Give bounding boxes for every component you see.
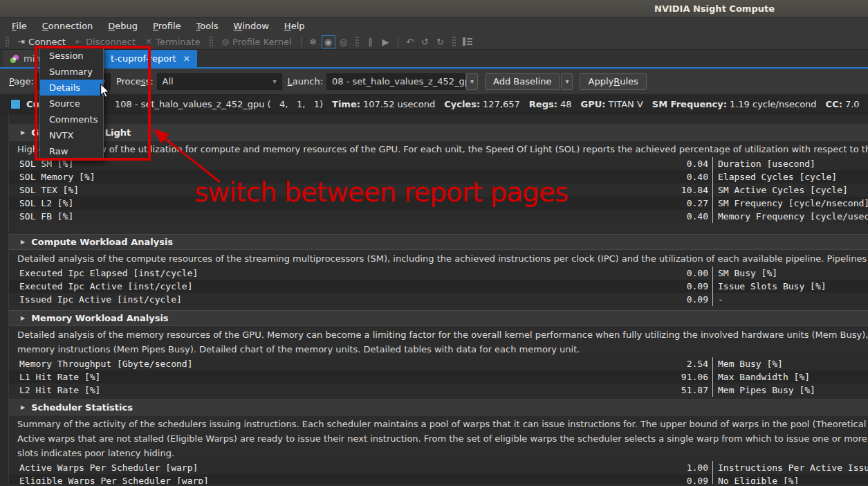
menu-file[interactable]: File	[4, 19, 35, 33]
metric-name: Issued Ipc Active [inst/cycle]	[9, 294, 182, 305]
metrics-table: Executed Ipc Elapsed [inst/cycle] 0.00 S…	[9, 267, 868, 306]
kernel-field: Time:107.52 usecond	[332, 99, 435, 109]
kernel-field: Regs:48	[529, 99, 572, 109]
step-icon[interactable]: ▶	[379, 35, 393, 48]
section-description: Detailed analysis of the memory resource…	[17, 330, 868, 341]
process-select[interactable]: All ▾	[157, 73, 282, 90]
metric-value: 0.00	[687, 268, 712, 278]
launch-value: 08 - set_halo_values_z_452_gpu	[332, 76, 476, 87]
section-description: memory instructions (Mem Pipes Busy). De…	[17, 344, 868, 355]
menu-help[interactable]: Help	[277, 19, 313, 33]
menu-window[interactable]: Window	[226, 19, 277, 33]
toolbar-grip[interactable]	[355, 37, 359, 46]
chevron-down-icon: ▾	[470, 78, 474, 85]
menu-connection[interactable]: Connection	[35, 19, 101, 33]
connect-icon: ⇥	[18, 37, 25, 46]
apply-rules-button[interactable]: Apply Rules	[580, 73, 646, 90]
metric-value: 51.87	[681, 385, 712, 395]
table-row: Active Warps Per Scheduler [warp] 1.00 I…	[9, 461, 868, 474]
metric-name: L1 Hit Rate [%]	[9, 372, 100, 382]
kernel-color-checkbox[interactable]	[10, 99, 21, 109]
table-row: L1 Hit Rate [%] 91.06 Max Bandwidth [%]	[9, 370, 868, 384]
section-compute-workload-analysis: ▶ Compute Workload Analysis Detailed ana…	[9, 234, 868, 306]
metric-name-2: Memory Frequency [cycle/usecond]	[713, 211, 868, 222]
tab-close-icon[interactable]: ✕	[183, 54, 190, 64]
metrics-table: Memory Throughput [Gbyte/second] 2.54 Me…	[9, 357, 868, 397]
run-to-next-range-icon[interactable]: ↻	[434, 35, 447, 48]
add-baseline-button[interactable]: Add Baseline	[485, 73, 560, 90]
launch-label: Launch:	[288, 76, 323, 87]
metric-name-2: SM Busy [%]	[713, 268, 777, 278]
metric-name: Executed Ipc Active [inst/cycle]	[9, 281, 192, 291]
metric-value: 0.09	[687, 476, 712, 484]
section-title: Memory Workload Analysis	[31, 313, 168, 323]
window-title: NVIDIA Nsight Compute	[654, 3, 775, 14]
metrics-table: Active Warps Per Scheduler [warp] 1.00 I…	[9, 461, 868, 484]
section-description: Summary of the activity of the scheduler…	[17, 419, 868, 430]
menu-debug[interactable]: Debug	[100, 19, 145, 33]
section-memory-workload-analysis: ▶ Memory Workload Analysis Detailed anal…	[9, 310, 868, 397]
kernel-fields: Time:107.52 usecondCycles:127,657Regs:48…	[323, 99, 868, 109]
section-title: Scheduler Statistics	[31, 402, 133, 413]
expand-arrow-icon[interactable]: ▶	[21, 404, 25, 411]
kernel-field: GPU:TITAN V	[580, 99, 643, 109]
run-to-next-api-call-icon[interactable]: ↺	[418, 35, 432, 48]
page-label: Page:	[9, 76, 34, 87]
metric-name-2: Duration [usecond]	[713, 159, 815, 169]
metric-value: 0.09	[687, 281, 712, 291]
metric-name: SOL TEX [%]	[9, 185, 79, 195]
profile-kernel-icon: ◍	[222, 37, 229, 46]
terminate-icon: ✕	[145, 37, 152, 46]
metric-name: Eligible Warps Per Scheduler [warp]	[9, 476, 209, 484]
process-value: All	[163, 76, 174, 87]
run-to-next-kernel-icon[interactable]: ↶	[403, 35, 417, 48]
expand-arrow-icon[interactable]: ▶	[21, 239, 25, 245]
section-title: Compute Workload Analysis	[31, 237, 173, 247]
metric-name-2: Mem Pipes Busy [%]	[713, 385, 815, 395]
auto-profile-icon[interactable]: ◉	[322, 35, 335, 48]
launch-select-arrow[interactable]: ▾	[466, 73, 478, 90]
kernel-field: Cycles:127,657	[444, 99, 520, 109]
metric-name-2: No Eligible [%]	[713, 476, 799, 484]
report-file-icon	[10, 54, 19, 64]
metric-name: Executed Ipc Elapsed [inst/cycle]	[9, 268, 198, 278]
metric-name-2: Issue Slots Busy [%]	[713, 281, 827, 291]
metric-value: 1.00	[687, 462, 712, 473]
menu-profile[interactable]: Profile	[145, 19, 188, 33]
metric-value: 10.84	[681, 185, 712, 195]
expand-arrow-icon[interactable]: ▶	[21, 129, 25, 136]
report-details-page: ▶ GPU Speed Of Light High-level overview…	[0, 114, 868, 484]
toolbar-separator	[301, 37, 302, 46]
chevron-down-icon: ▾	[565, 78, 569, 85]
metric-value: 91.06	[681, 372, 712, 382]
annotation-rectangle	[35, 46, 151, 161]
freeze-api-icon[interactable]: ❄	[306, 35, 320, 48]
profile-series-icon[interactable]: ◎	[337, 35, 351, 48]
table-row: Issued Ipc Active [inst/cycle] 0.09 -	[9, 293, 868, 306]
toolbar-grip[interactable]	[452, 37, 456, 46]
expand-arrow-icon[interactable]: ▶	[21, 315, 25, 321]
api-stream-icon[interactable]	[461, 35, 474, 48]
metric-value: 2.54	[687, 359, 712, 369]
metric-value: 0.04	[687, 159, 712, 169]
add-baseline-arrow[interactable]: ▾	[561, 73, 573, 90]
section-description: Active warps that are not stalled (Eligi…	[17, 433, 868, 444]
pause-icon[interactable]: ‖	[364, 35, 378, 48]
toolbar-grip[interactable]	[6, 37, 9, 46]
kernel-field: CC:7.0	[826, 99, 860, 109]
metric-name-2: Max Bandwidth [%]	[713, 372, 810, 382]
launch-select[interactable]: 08 - set_halo_values_z_452_gpu	[326, 73, 465, 90]
section-description: Detailed analysis of the compute resourc…	[17, 253, 868, 264]
section-header[interactable]: ▶ Scheduler Statistics	[9, 399, 868, 415]
section-header[interactable]: ▶ Memory Workload Analysis	[9, 310, 868, 326]
table-row: Eligible Warps Per Scheduler [warp] 0.09…	[9, 474, 868, 484]
toolbar-separator	[398, 37, 398, 46]
metric-value: 0.09	[687, 294, 712, 305]
menu-tools[interactable]: Tools	[189, 19, 226, 33]
metric-name: Memory Throughput [Gbyte/second]	[9, 359, 192, 369]
metric-name-2: SM Frequency [cycle/nsecond]	[713, 198, 868, 208]
profile-kernel-button[interactable]: ◍Profile Kernel	[217, 35, 297, 49]
toolbar-grip[interactable]	[210, 37, 213, 46]
section-header[interactable]: ▶ Compute Workload Analysis	[9, 234, 868, 250]
metric-name: Active Warps Per Scheduler [warp]	[9, 462, 198, 473]
